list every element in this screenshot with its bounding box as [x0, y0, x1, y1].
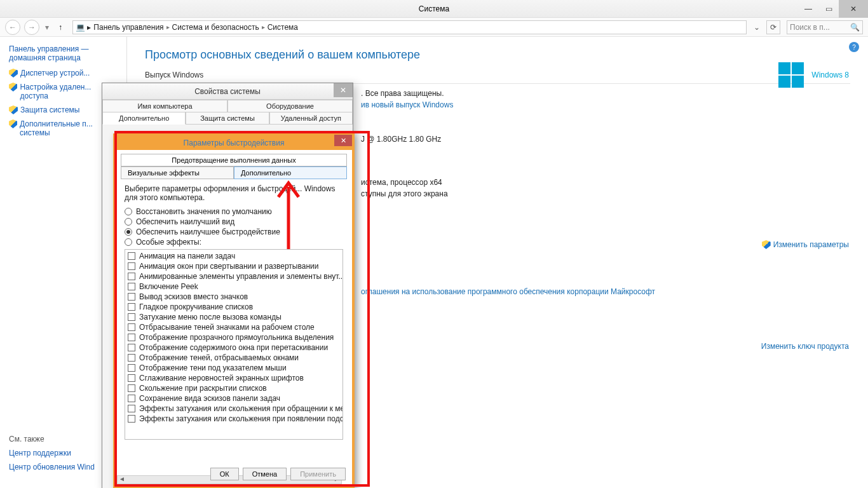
perf-title: Параметры быстродействия	[184, 139, 285, 147]
checkbox-icon	[128, 252, 135, 260]
checkbox-icon	[128, 283, 135, 290]
close-button[interactable]: ✕	[839, 0, 868, 18]
effect-checkbox-row[interactable]: Анимация окон при свертывании и разверты…	[126, 261, 341, 271]
search-icon: 🔍	[850, 23, 860, 32]
performance-options-dialog: Параметры быстродействия ✕ Предотвращени…	[113, 133, 355, 488]
minimize-button[interactable]: ―	[798, 0, 818, 18]
see-also-support[interactable]: Центр поддержки	[9, 449, 95, 458]
tab-dep[interactable]: Предотвращение выполнения данных	[121, 154, 347, 166]
breadcrumb-root[interactable]: Панель управления	[93, 23, 163, 32]
dialog-titlebar: Свойства системы ✕	[102, 83, 353, 100]
effect-label: Отображение содержимого окна при перетас…	[139, 343, 328, 352]
dialog-close-button[interactable]: ✕	[334, 83, 353, 97]
effect-checkbox-row[interactable]: Затухание меню после вызова команды	[126, 312, 341, 322]
page-title: Просмотр основных сведений о вашем компь…	[145, 48, 850, 62]
effect-checkbox-row[interactable]: Скольжение при раскрытии списков	[126, 383, 341, 393]
tab-protection[interactable]: Защита системы	[186, 112, 269, 125]
effect-checkbox-row[interactable]: Отбрасывание теней значками на рабочем с…	[126, 322, 341, 332]
effect-label: Скольжение при раскрытии списков	[139, 384, 267, 393]
radio-restore-defaults[interactable]: Восстановить значения по умолчанию	[125, 207, 343, 216]
shield-icon	[9, 69, 18, 78]
effect-checkbox-row[interactable]: Сглаживание неровностей экранных шрифтов	[126, 373, 341, 383]
product-key-link[interactable]: Изменить ключ продукта	[761, 342, 849, 351]
recent-locations-button[interactable]: ▾	[43, 23, 51, 32]
tab-perf-advanced[interactable]: Дополнительно	[234, 166, 347, 179]
radio-icon	[125, 238, 132, 246]
tab-advanced[interactable]: Дополнительно	[102, 112, 186, 125]
effect-label: Сохранение вида эскизов панели задач	[139, 394, 280, 403]
see-also-title: См. также	[9, 435, 95, 444]
breadcrumb-leaf[interactable]: Система	[268, 23, 298, 32]
radio-best-performance[interactable]: Обеспечить наилучшее быстродействие	[125, 227, 343, 236]
tab-computer-name[interactable]: Имя компьютера	[102, 100, 227, 112]
see-also-update[interactable]: Центр обновления Wind	[9, 463, 95, 471]
breadcrumb-mid[interactable]: Система и безопасность	[172, 23, 259, 32]
checkbox-icon	[128, 344, 135, 351]
effect-checkbox-row[interactable]: Отображение теней, отбрасываемых окнами	[126, 353, 341, 363]
breadcrumb-icon: 💻 ▸	[76, 23, 91, 32]
dialog-title: Свойства системы	[194, 87, 261, 96]
effect-checkbox-row[interactable]: Гладкое прокручивание списков	[126, 302, 341, 312]
breadcrumb[interactable]: 💻 ▸ Панель управления ▸ Система и безопа…	[72, 20, 747, 34]
effect-label: Гладкое прокручивание списков	[139, 302, 253, 311]
checkbox-icon	[128, 334, 135, 341]
perf-description: Выберите параметры оформления и быстроде…	[125, 184, 343, 202]
effect-checkbox-row[interactable]: Вывод эскизов вместо значков	[126, 292, 341, 302]
back-button[interactable]: ←	[5, 20, 20, 35]
apply-button[interactable]: Применить	[290, 468, 346, 480]
effect-label: Эффекты затухания или скольжения при обр…	[139, 404, 343, 413]
effect-label: Анимация окон при свертывании и разверты…	[139, 262, 318, 271]
effect-checkbox-row[interactable]: Анимированные элементы управления и элем…	[126, 271, 341, 281]
effect-label: Отображение прозрачного прямоугольника в…	[139, 333, 334, 342]
effect-label: Включение Peek	[139, 282, 198, 291]
effect-checkbox-row[interactable]: Отображение тени под указателем мыши	[126, 363, 341, 373]
effect-checkbox-row[interactable]: Эффекты затухания или скольжения при поя…	[126, 414, 341, 424]
radio-icon	[125, 208, 132, 215]
checkbox-icon	[128, 395, 135, 402]
window-titlebar: Система ― ▭ ✕	[0, 0, 868, 18]
maximize-button[interactable]: ▭	[818, 0, 839, 18]
tab-hardware[interactable]: Оборудование	[227, 100, 353, 112]
effect-checkbox-row[interactable]: Отображение содержимого окна при перетас…	[126, 342, 341, 353]
effect-checkbox-row[interactable]: Отображение прозрачного прямоугольника в…	[126, 332, 341, 342]
navigation-bar: ← → ▾ ↑ 💻 ▸ Панель управления ▸ Система …	[0, 18, 868, 37]
effects-checklist[interactable]: Анимация на панели задачАнимация окон пр…	[125, 249, 343, 440]
checkbox-icon	[128, 303, 135, 311]
perf-close-button[interactable]: ✕	[334, 135, 352, 146]
change-settings-link[interactable]: Изменить параметры	[762, 240, 849, 249]
search-input[interactable]: Поиск в п... 🔍	[787, 20, 863, 34]
effect-checkbox-row[interactable]: Сохранение вида эскизов панели задач	[126, 393, 341, 403]
cancel-button[interactable]: Отмена	[243, 468, 287, 480]
checkbox-icon	[128, 262, 135, 270]
effect-checkbox-row[interactable]: Анимация на панели задач	[126, 251, 341, 261]
radio-custom[interactable]: Особые эффекты:	[125, 238, 343, 247]
forward-button[interactable]: →	[24, 20, 39, 35]
effect-label: Сглаживание неровностей экранных шрифтов	[139, 374, 304, 383]
shield-icon	[9, 105, 18, 114]
checkbox-icon	[128, 364, 135, 372]
window-title: Система	[419, 4, 449, 13]
sidebar-item-device-manager[interactable]: Диспетчер устрой...	[9, 69, 118, 78]
upgrade-link[interactable]: ив новый выпуск Windows	[361, 100, 850, 109]
tab-remote[interactable]: Удаленный доступ	[269, 112, 353, 125]
effect-checkbox-row[interactable]: Эффекты затухания или скольжения при обр…	[126, 403, 341, 414]
ok-button[interactable]: ОК	[210, 468, 239, 480]
effect-label: Вывод эскизов вместо значков	[139, 292, 248, 301]
touch-value: ступны для этого экрана	[361, 189, 850, 198]
breadcrumb-dropdown[interactable]: ⌄	[750, 23, 763, 32]
shield-icon	[9, 119, 17, 128]
radio-best-appearance[interactable]: Обеспечить наилучший вид	[125, 217, 343, 226]
checkbox-icon	[128, 384, 135, 392]
tab-visual-effects[interactable]: Визуальные эффекты	[121, 166, 234, 179]
sidebar-home-link[interactable]: Панель управления — домашняя страница	[9, 44, 118, 62]
effect-checkbox-row[interactable]: Включение Peek	[126, 281, 341, 292]
up-button[interactable]: ↑	[55, 23, 66, 32]
license-link[interactable]: оглашения на использование программного …	[361, 287, 850, 296]
help-icon[interactable]: ?	[849, 42, 859, 52]
checkbox-icon	[128, 354, 135, 362]
shield-icon	[762, 240, 771, 249]
effect-label: Анимированные элементы управления и элем…	[139, 272, 343, 281]
checkbox-icon	[128, 405, 135, 412]
refresh-button[interactable]: ⟳	[766, 20, 780, 34]
rights-text: . Все права защищены.	[361, 89, 850, 98]
